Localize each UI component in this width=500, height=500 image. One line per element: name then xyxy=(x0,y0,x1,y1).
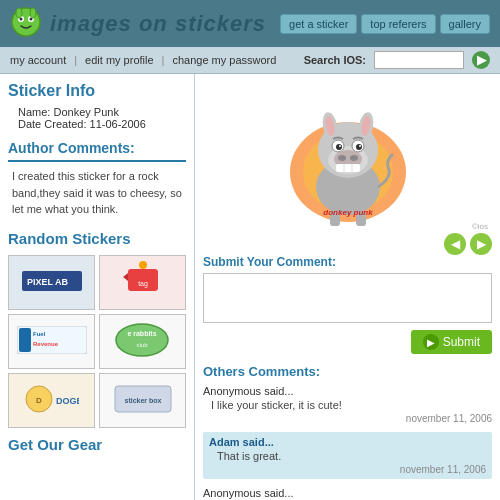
submit-icon: ▶ xyxy=(423,334,439,350)
name-label: Name: xyxy=(18,106,50,118)
nav-buttons: get a sticker top referers gallery xyxy=(280,14,490,34)
comment-date-0: november 11, 2006 xyxy=(203,413,492,424)
comment-textarea[interactable] xyxy=(203,273,492,323)
site-title: images on stickers xyxy=(50,11,266,37)
sticker-image-area: donkey punk ©ios ◀ ▶ xyxy=(203,82,492,255)
svg-point-6 xyxy=(30,8,36,18)
top-referers-btn[interactable]: top referers xyxy=(361,14,435,34)
logo-icon xyxy=(10,6,42,41)
sticker-date-row: Date Created: 11-06-2006 xyxy=(18,118,186,130)
sticker-item-1[interactable]: tag xyxy=(99,255,186,310)
next-sticker-btn[interactable]: ▶ xyxy=(470,233,492,255)
left-panel: Sticker Info Name: Donkey Punk Date Crea… xyxy=(0,74,195,500)
site-header: images on stickers get a sticker top ref… xyxy=(0,0,500,47)
svg-text:Revenue: Revenue xyxy=(33,341,59,347)
sticker-item-4[interactable]: D DOGE xyxy=(8,373,95,428)
right-panel: donkey punk ©ios ◀ ▶ Submit Your Comment… xyxy=(195,74,500,500)
sticker-info-block: Name: Donkey Punk Date Created: 11-06-20… xyxy=(8,106,186,130)
submit-comment-label: Submit Your Comment: xyxy=(203,255,492,269)
comment-block-1: Adam said... That is great. november 11,… xyxy=(203,432,492,479)
sticker-item-2[interactable]: Fuel Revenue xyxy=(8,314,95,369)
comment-author-0: Anonymous said... xyxy=(203,385,492,397)
svg-point-36 xyxy=(336,144,342,150)
sticker-name-row: Name: Donkey Punk xyxy=(18,106,186,118)
comment-block-0: Anonymous said... I like your sticker, i… xyxy=(203,385,492,424)
main-content: Sticker Info Name: Donkey Punk Date Crea… xyxy=(0,74,500,500)
svg-text:e rabbits: e rabbits xyxy=(127,330,156,337)
svg-text:Fuel: Fuel xyxy=(33,331,46,337)
comment-author-2: Anonymous said... xyxy=(203,487,492,499)
svg-text:sticker box: sticker box xyxy=(124,397,161,404)
gallery-btn[interactable]: gallery xyxy=(440,14,490,34)
change-password-link[interactable]: change my password xyxy=(172,54,276,66)
svg-text:tag: tag xyxy=(138,280,148,288)
search-label: Search IOS: xyxy=(304,54,366,66)
svg-rect-14 xyxy=(19,328,31,352)
search-button[interactable]: ▶ xyxy=(472,51,490,69)
comment-date-1: november 11, 2006 xyxy=(209,464,486,475)
sticker-item-0[interactable]: PIXEL AB xyxy=(8,255,95,310)
svg-point-17 xyxy=(116,324,168,356)
svg-point-37 xyxy=(356,144,362,150)
comment-block-2: Anonymous said... I like your sticker, i… xyxy=(203,487,492,500)
submit-button[interactable]: ▶ Submit xyxy=(411,330,492,354)
my-account-link[interactable]: my account xyxy=(10,54,66,66)
search-input[interactable] xyxy=(374,51,464,69)
nav-arrows: ◀ ▶ xyxy=(203,233,492,255)
svg-text:club: club xyxy=(136,342,148,348)
random-stickers-title: Random Stickers xyxy=(8,230,186,247)
svg-point-11 xyxy=(139,261,147,269)
edit-profile-link[interactable]: edit my profile xyxy=(85,54,153,66)
comment-author-1: Adam said... xyxy=(209,436,486,448)
others-comments-title: Others Comments: xyxy=(203,364,492,379)
author-comments-underline xyxy=(8,160,186,162)
svg-text:DOGE: DOGE xyxy=(56,396,79,406)
prev-sticker-btn[interactable]: ◀ xyxy=(444,233,466,255)
sticker-name-value: Donkey Punk xyxy=(53,106,118,118)
comment-text-0: I like your sticker, it is cute! xyxy=(203,399,492,411)
sticker-item-5[interactable]: sticker box xyxy=(99,373,186,428)
sticker-item-3[interactable]: e rabbits club xyxy=(99,314,186,369)
sub-header: my account | edit my profile | change my… xyxy=(0,47,500,74)
author-comment-text: I created this sticker for a rock band,t… xyxy=(8,168,186,218)
sticker-info-title: Sticker Info xyxy=(8,82,186,100)
svg-rect-43 xyxy=(336,164,360,172)
svg-point-38 xyxy=(339,145,341,147)
author-comments-title: Author Comments: xyxy=(8,140,186,156)
svg-text:donkey punk: donkey punk xyxy=(323,208,373,217)
svg-text:D: D xyxy=(36,396,42,405)
submit-label: Submit xyxy=(443,335,480,349)
svg-point-39 xyxy=(359,145,361,147)
svg-text:PIXEL AB: PIXEL AB xyxy=(27,277,69,287)
comment-text-1: That is great. xyxy=(209,450,486,462)
svg-point-5 xyxy=(16,8,22,18)
svg-point-41 xyxy=(338,155,346,161)
get-gear-title: Get Our Gear xyxy=(8,436,186,453)
date-label: Date Created: xyxy=(18,118,86,130)
sticker-date-value: 11-06-2006 xyxy=(90,118,146,130)
get-sticker-btn[interactable]: get a sticker xyxy=(280,14,357,34)
submit-row: ▶ Submit xyxy=(203,330,492,354)
svg-point-42 xyxy=(350,155,358,161)
svg-marker-10 xyxy=(123,273,128,281)
sticker-grid: PIXEL AB tag xyxy=(8,255,186,428)
